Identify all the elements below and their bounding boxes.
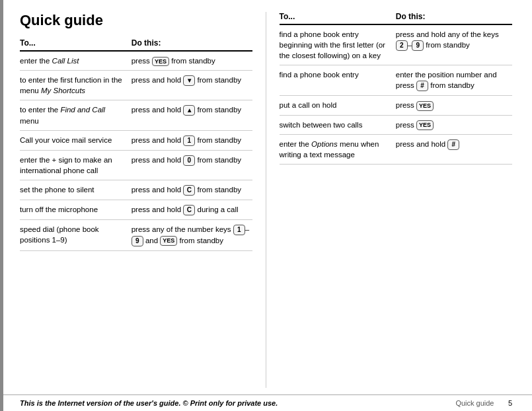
row-to: find a phone book entry	[280, 65, 396, 96]
row-to: to enter the first function in the menu …	[20, 71, 132, 100]
key-nav-down: ▾	[183, 75, 195, 86]
left-col-to-header: To...	[20, 38, 132, 51]
row-to: set the phone to silent	[20, 180, 132, 200]
footer-page: Quick guide 5	[455, 399, 512, 407]
row-to: enter the Options menu when writing a te…	[280, 134, 396, 164]
key-2: 2	[396, 40, 408, 51]
key-0: 0	[183, 155, 195, 166]
row-do: press YES from standby	[132, 51, 252, 71]
row-to: enter the Call List	[20, 51, 132, 71]
table-row: enter the Options menu when writing a te…	[280, 134, 513, 164]
footer-page-number: 5	[508, 399, 512, 407]
left-accent-bar	[0, 0, 3, 411]
left-column: Quick guide To... Do this: enter the Cal…	[20, 12, 266, 388]
page: Quick guide To... Do this: enter the Cal…	[0, 0, 532, 411]
table-row: set the phone to silent press and hold C…	[20, 180, 252, 200]
table-row: Call your voice mail service press and h…	[20, 130, 252, 150]
key-yes-speed: YES	[160, 236, 177, 246]
row-do: press and hold 1 from standby	[132, 130, 252, 150]
key-nav-up: ▴	[183, 105, 195, 116]
left-col-do-header: Do this:	[132, 38, 252, 51]
row-do: press and hold ▴ from standby	[132, 100, 252, 130]
key-1: 1	[183, 135, 195, 146]
table-row: speed dial (phone book positions 1–9) pr…	[20, 219, 252, 250]
table-row: to enter the first function in the menu …	[20, 71, 252, 100]
table-row: switch between two calls press YES	[280, 115, 513, 134]
key-9: 9	[412, 40, 424, 51]
footer-note: This is the Internet version of the user…	[20, 399, 278, 407]
row-do: press and hold any of the keys 2–9 from …	[396, 24, 512, 65]
key-yes-hold: YES	[416, 101, 434, 111]
row-to: enter the + sign to make an internationa…	[20, 150, 132, 180]
key-c-silent: C	[183, 185, 195, 196]
row-do: press and hold ▾ from standby	[132, 71, 252, 100]
row-do: press and hold C from standby	[132, 180, 252, 200]
footer-page-label: Quick guide	[455, 399, 494, 407]
row-to: put a call on hold	[280, 96, 396, 115]
row-do: press and hold 0 from standby	[132, 150, 252, 180]
row-to: find a phone book entry beginning with t…	[280, 24, 396, 65]
page-title: Quick guide	[20, 12, 252, 29]
left-guide-table: To... Do this: enter the Call List press…	[20, 38, 252, 251]
table-row: turn off the microphone press and hold C…	[20, 200, 252, 219]
right-col-do-header: Do this:	[396, 12, 512, 24]
table-row: enter the + sign to make an internationa…	[20, 150, 252, 180]
row-do: press YES	[396, 96, 512, 115]
row-to: turn off the microphone	[20, 200, 132, 219]
row-do: press and hold #	[396, 134, 512, 164]
key-c-mic: C	[183, 205, 195, 215]
row-do: press and hold C during a call	[132, 200, 252, 219]
key-9-speed: 9	[132, 236, 143, 246]
row-do: enter the position number and press # fr…	[396, 65, 512, 96]
table-row: find a phone book entry enter the positi…	[280, 65, 513, 96]
table-row: find a phone book entry beginning with t…	[280, 24, 513, 65]
table-row: to enter the Find and Call menu press an…	[20, 100, 252, 130]
page-footer: This is the Internet version of the user…	[0, 394, 532, 411]
row-do: press any of the number keys 1–9 and YES…	[132, 219, 252, 250]
content-area: Quick guide To... Do this: enter the Cal…	[0, 0, 532, 394]
right-col-to-header: To...	[280, 12, 396, 24]
key-yes: YES	[152, 57, 169, 67]
table-row: enter the Call List press YES from stand…	[20, 51, 252, 71]
table-row: put a call on hold press YES	[280, 96, 513, 115]
key-hash-options: #	[447, 139, 459, 150]
row-to: speed dial (phone book positions 1–9)	[20, 219, 132, 250]
key-hash: #	[416, 81, 428, 91]
row-to: Call your voice mail service	[20, 130, 132, 150]
key-yes-switch: YES	[416, 120, 434, 130]
row-to: switch between two calls	[280, 115, 396, 134]
row-do: press YES	[396, 115, 512, 134]
right-column: To... Do this: find a phone book entry b…	[266, 12, 513, 388]
row-to: to enter the Find and Call menu	[20, 100, 132, 130]
key-1-speed: 1	[233, 225, 245, 235]
right-guide-table: To... Do this: find a phone book entry b…	[280, 12, 513, 165]
